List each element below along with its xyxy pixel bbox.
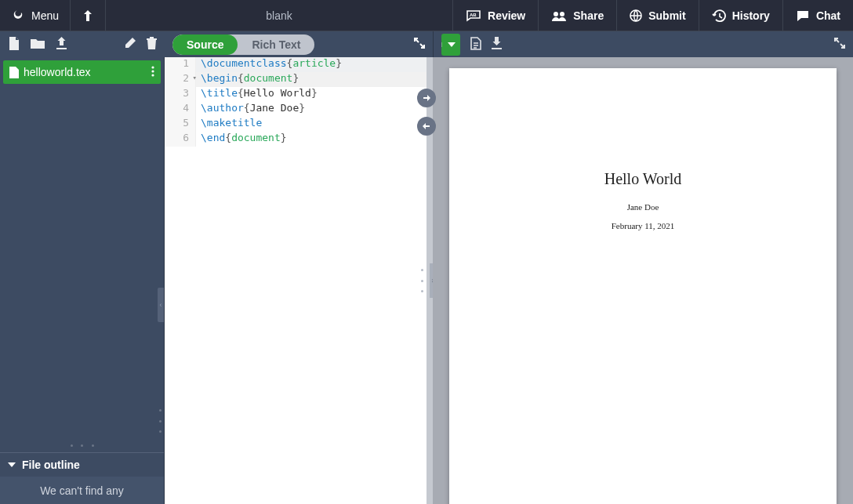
code-content: \end{document} — [196, 132, 287, 147]
upload-button[interactable] — [56, 37, 67, 52]
pdf-preview-panel[interactable]: Hello World Jane Doe February 11, 2021 — [433, 57, 853, 504]
gutter-line-number: 1 — [165, 57, 196, 72]
gutter-line-number: 4 — [165, 102, 196, 117]
code-line[interactable]: 5\maketitle — [165, 117, 426, 132]
resize-handle-icon[interactable] — [159, 409, 164, 433]
rename-button[interactable] — [124, 38, 136, 52]
recompile-dropdown[interactable] — [441, 42, 460, 47]
svg-point-5 — [151, 70, 154, 72]
code-line[interactable]: 4\author{Jane Doe} — [165, 102, 426, 117]
code-content: \documentclass{article} — [196, 57, 342, 72]
history-label: History — [732, 9, 770, 22]
resize-handle-icon[interactable] — [421, 269, 426, 292]
pdf-page: Hello World Jane Doe February 11, 2021 — [449, 68, 837, 504]
gutter-line-number: 3 — [165, 87, 196, 102]
file-outline-panel: File outline We can't find any — [0, 452, 164, 504]
code-line[interactable]: 1\documentclass{article} — [165, 57, 426, 72]
globe-icon — [630, 9, 642, 22]
top-bar: Menu blank AB Review Share Submit Histor… — [0, 0, 853, 31]
svg-point-4 — [151, 66, 154, 68]
code-editor[interactable]: 1\documentclass{article}2\begin{document… — [165, 57, 426, 504]
sync-code-to-pdf-button[interactable] — [417, 117, 436, 136]
new-file-button[interactable] — [8, 37, 20, 53]
share-icon — [551, 10, 567, 21]
menu-label: Menu — [31, 9, 59, 22]
chevron-down-icon — [448, 42, 456, 47]
richtext-mode-button[interactable]: Rich Text — [238, 34, 314, 55]
code-line[interactable]: 3\title{Hello World} — [165, 87, 426, 102]
project-title[interactable]: blank — [106, 9, 452, 22]
svg-point-2 — [560, 12, 564, 16]
share-label: Share — [573, 9, 604, 22]
code-content: \maketitle — [196, 117, 262, 132]
review-label: Review — [488, 9, 525, 22]
source-mode-button[interactable]: Source — [172, 34, 238, 55]
file-icon — [9, 67, 19, 78]
back-to-projects-button[interactable] — [71, 0, 106, 31]
file-tree-item-active[interactable]: helloworld.tex — [3, 60, 161, 84]
chat-label: Chat — [816, 9, 840, 22]
header-actions: AB Review Share Submit History Chat — [452, 0, 853, 31]
code-line[interactable]: 6\end{document} — [165, 132, 426, 147]
chevron-down-icon — [8, 462, 16, 467]
editor-expand-button[interactable] — [414, 38, 425, 51]
history-button[interactable]: History — [699, 0, 782, 31]
download-pdf-button[interactable] — [491, 37, 503, 52]
pdf-expand-button[interactable] — [834, 38, 845, 51]
pdf-date: February 11, 2021 — [449, 221, 837, 230]
editor-mode-toggle: Source Rich Text — [172, 34, 314, 55]
code-content: \title{Hello World} — [196, 87, 318, 102]
pdf-toolbar: Recompile — [433, 31, 853, 57]
overleaf-logo-icon — [11, 9, 25, 23]
code-line[interactable]: 2\begin{document} — [165, 72, 426, 87]
recompile-button-group: Recompile — [441, 34, 460, 56]
view-logs-button[interactable] — [470, 37, 481, 53]
file-item-menu-button[interactable] — [151, 66, 154, 79]
submit-button[interactable]: Submit — [616, 0, 698, 31]
file-tree-toolbar — [0, 31, 165, 57]
code-content: \author{Jane Doe} — [196, 102, 305, 117]
code-content: \begin{document} — [196, 72, 299, 87]
submit-label: Submit — [648, 9, 685, 22]
editor-toolbar: Source Rich Text — [165, 31, 433, 57]
up-arrow-icon — [83, 10, 93, 21]
chat-button[interactable]: Chat — [782, 0, 853, 31]
svg-point-1 — [554, 12, 558, 16]
gutter-line-number: 5 — [165, 117, 196, 132]
sidebar-collapse-button[interactable]: ‹ — [158, 288, 164, 322]
resize-handle-icon[interactable] — [71, 444, 94, 449]
toolbar-row: Source Rich Text Recompile — [0, 31, 853, 57]
menu-button[interactable]: Menu — [0, 0, 71, 31]
delete-button[interactable] — [147, 37, 157, 52]
chat-icon — [796, 9, 810, 22]
review-icon: AB — [466, 9, 481, 22]
gutter-line-number: 6 — [165, 132, 196, 147]
gutter-line-number: 2 — [165, 72, 196, 87]
resize-handle-icon[interactable] — [0, 174, 2, 198]
file-name: helloworld.tex — [24, 66, 91, 78]
share-button[interactable]: Share — [538, 0, 616, 31]
main-area: helloworld.tex ‹ File outline We can't f… — [0, 57, 853, 504]
new-folder-button[interactable] — [31, 38, 45, 51]
pdf-author: Jane Doe — [449, 202, 837, 212]
file-outline-empty-text: We can't find any — [0, 477, 164, 504]
review-button[interactable]: AB Review — [452, 0, 538, 31]
svg-point-6 — [151, 74, 154, 76]
pdf-title: Hello World — [449, 170, 837, 188]
file-outline-label: File outline — [22, 459, 80, 471]
history-icon — [712, 9, 726, 22]
sync-pdf-to-code-button[interactable] — [417, 89, 436, 107]
file-outline-toggle[interactable]: File outline — [0, 453, 164, 477]
file-tree-panel: helloworld.tex ‹ File outline We can't f… — [0, 57, 165, 504]
svg-text:AB: AB — [470, 13, 477, 17]
